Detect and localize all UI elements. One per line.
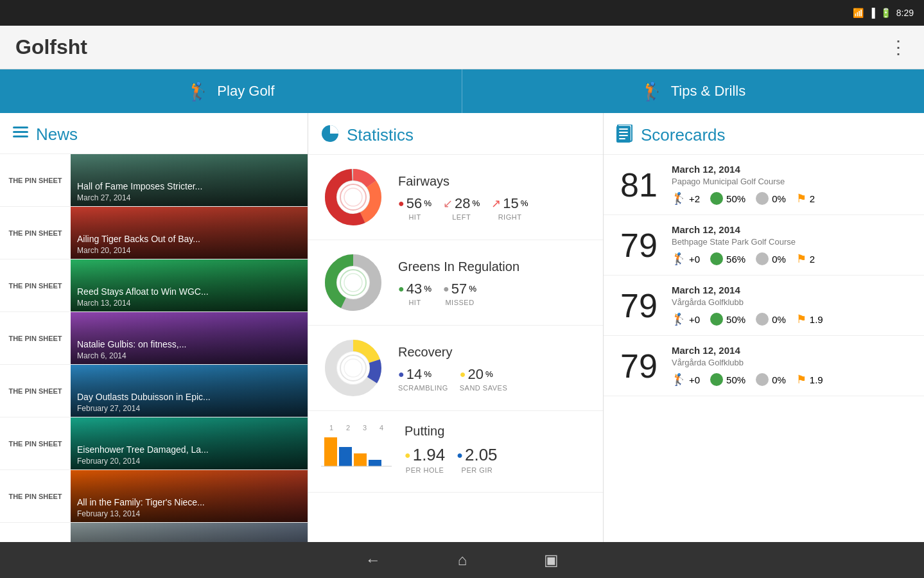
putts-circle-icon xyxy=(756,373,769,386)
plus-minus-value: +2 xyxy=(689,193,700,204)
gir-circle-icon xyxy=(710,252,723,265)
score-stats: 🏌 +0 50% 0% ⚑ 1.9 xyxy=(672,312,911,326)
stats-header: Statistics xyxy=(308,113,603,155)
news-title-text: Hall of Fame Imposes Stricter... xyxy=(77,180,301,192)
main-content: News THE PIN SHEET Hall of Fame Imposes … xyxy=(0,113,924,542)
score-date: March 12, 2014 xyxy=(672,224,911,235)
stat-putting: 1 2 3 4 xyxy=(308,411,603,493)
news-date-text: March 27, 2014 xyxy=(77,193,301,202)
svg-rect-35 xyxy=(619,135,628,136)
putts-value: 0% xyxy=(772,314,786,325)
news-source: THE PIN SHEET xyxy=(0,523,71,542)
svg-rect-27 xyxy=(339,447,352,466)
flag-icon: ⚑ xyxy=(796,252,806,266)
news-date-text: February 27, 2014 xyxy=(77,404,301,413)
news-item[interactable]: THE PIN SHEET Hall of Fame Imposes Stric… xyxy=(0,154,308,207)
home-button[interactable]: ⌂ xyxy=(458,551,467,569)
recovery-name: Recovery xyxy=(398,345,590,360)
greens-name: Greens In Regulation xyxy=(398,259,590,274)
score-putts: 0% xyxy=(756,373,786,386)
news-header: News xyxy=(0,113,308,154)
score-course: Vårgårda Golfklubb xyxy=(672,358,911,367)
scorecard-item[interactable]: 79 March 12, 2014 Vårgårda Golfklubb 🏌 +… xyxy=(604,276,924,336)
news-item[interactable]: THE PIN SHEET Reed Stays Afloat to Win W… xyxy=(0,259,308,312)
news-thumbnail: Reed Stays Afloat to Win WGC... March 13… xyxy=(71,259,308,311)
app-logo: Golf sh t xyxy=(15,35,87,59)
news-title-text: Ailing Tiger Backs Out of Bay... xyxy=(77,233,301,245)
plus-minus-value: +0 xyxy=(689,314,700,325)
news-date-text: March 6, 2014 xyxy=(77,351,301,360)
gir-value: 50% xyxy=(726,374,745,385)
news-item[interactable]: THE PIN SHEET Sawgrass, Naples Resorts T… xyxy=(0,523,308,542)
scorecard-item[interactable]: 79 March 12, 2014 Bethpage State Park Go… xyxy=(604,215,924,276)
recent-apps-button[interactable]: ▣ xyxy=(544,551,559,569)
score-flags: ⚑ 1.9 xyxy=(796,312,823,326)
scorecards-icon xyxy=(616,125,633,145)
tab-play-golf[interactable]: 🏌 Play Golf xyxy=(0,69,462,113)
news-title-text: Eisenhower Tree Damaged, La... xyxy=(77,444,301,455)
putting-chart: 1 2 3 4 xyxy=(321,424,392,482)
score-number: 81 xyxy=(616,166,661,204)
scorecard-item[interactable]: 79 March 12, 2014 Vårgårda Golfklubb 🏌 +… xyxy=(604,336,924,396)
news-thumbnail: Sawgrass, Naples Resorts Tak... February… xyxy=(71,523,308,542)
news-title: News xyxy=(36,125,78,144)
golf-club-icon: 🏌 xyxy=(672,191,686,206)
svg-point-23 xyxy=(337,352,369,384)
greens-values: ● 43% HIT ● 57% MISSED xyxy=(398,281,590,306)
news-item[interactable]: THE PIN SHEET Natalie Gulbis: on fitness… xyxy=(0,312,308,365)
putts-circle-icon xyxy=(756,313,769,326)
svg-rect-2 xyxy=(13,136,28,137)
news-item[interactable]: THE PIN SHEET All in the Family: Tiger's… xyxy=(0,470,308,523)
score-flags: ⚑ 2 xyxy=(796,191,815,206)
flags-value: 1.9 xyxy=(810,314,823,325)
score-stats: 🏌 +2 50% 0% ⚑ 2 xyxy=(672,191,911,206)
golf-club-icon: 🏌 xyxy=(672,252,686,266)
stat-greens: Greens In Regulation ● 43% HIT ● 57% xyxy=(308,240,603,326)
putts-circle-icon xyxy=(756,252,769,265)
plus-minus-value: +0 xyxy=(689,374,700,385)
news-thumbnail: Eisenhower Tree Damaged, La... February … xyxy=(71,417,308,469)
svg-rect-33 xyxy=(619,128,628,130)
flag-icon: ⚑ xyxy=(796,312,806,326)
score-number: 79 xyxy=(616,286,661,325)
golf-club-icon: 🏌 xyxy=(672,372,686,387)
nav-tabs: 🏌 Play Golf 🏌 Tips & Drills xyxy=(0,69,924,113)
greens-missed: ● 57% MISSED xyxy=(443,281,476,306)
stats-title: Statistics xyxy=(347,125,414,145)
news-item[interactable]: THE PIN SHEET Day Outlasts Dubuisson in … xyxy=(0,365,308,417)
score-number: 79 xyxy=(616,347,661,385)
flags-value: 2 xyxy=(810,193,815,204)
news-thumbnail: All in the Family: Tiger's Niece... Febr… xyxy=(71,470,308,522)
scorecards-list: 81 March 12, 2014 Papago Municipal Golf … xyxy=(604,155,924,396)
tab-tips-drills[interactable]: 🏌 Tips & Drills xyxy=(462,69,924,113)
svg-rect-34 xyxy=(619,132,628,133)
recovery-values: ● 14% SCRAMBLING ● 20% SAND SAVES xyxy=(398,366,590,392)
news-item[interactable]: THE PIN SHEET Eisenhower Tree Damaged, L… xyxy=(0,417,308,470)
score-plus-minus: 🏌 +0 xyxy=(672,312,700,326)
play-golf-icon: 🏌 xyxy=(187,81,209,102)
tab-tips-drills-label: Tips & Drills xyxy=(671,83,746,100)
score-details: March 12, 2014 Papago Municipal Golf Cou… xyxy=(672,164,911,206)
news-thumbnail: Hall of Fame Imposes Stricter... March 2… xyxy=(71,154,308,206)
scorecard-item[interactable]: 81 March 12, 2014 Papago Municipal Golf … xyxy=(604,155,924,215)
back-button[interactable]: ← xyxy=(365,551,381,569)
svg-rect-0 xyxy=(13,127,28,128)
news-source: THE PIN SHEET xyxy=(0,154,71,206)
golf-club-icon: 🏌 xyxy=(672,312,686,326)
news-source: THE PIN SHEET xyxy=(0,365,71,417)
overflow-menu-button[interactable]: ⋮ xyxy=(889,37,909,58)
gir-value: 50% xyxy=(726,193,745,204)
battery-icon: 🔋 xyxy=(880,8,891,18)
score-gir: 50% xyxy=(710,192,745,205)
flags-value: 1.9 xyxy=(810,374,823,385)
score-date: March 12, 2014 xyxy=(672,164,911,175)
news-item[interactable]: THE PIN SHEET Ailing Tiger Backs Out of … xyxy=(0,207,308,259)
score-details: March 12, 2014 Bethpage State Park Golf … xyxy=(672,224,911,266)
news-title-text: Reed Stays Afloat to Win WGC... xyxy=(77,286,301,297)
score-date: March 12, 2014 xyxy=(672,285,911,295)
news-thumbnail: Day Outlasts Dubuisson in Epic... Februa… xyxy=(71,365,308,417)
svg-rect-1 xyxy=(13,131,28,133)
recovery-chart xyxy=(321,336,385,400)
news-source: THE PIN SHEET xyxy=(0,470,71,522)
putts-value: 0% xyxy=(772,374,786,385)
